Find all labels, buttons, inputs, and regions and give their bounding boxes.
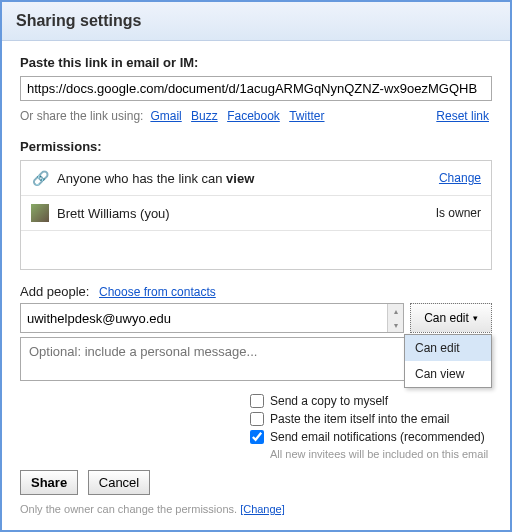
share-url-input[interactable] (20, 76, 492, 101)
footer-note-text: Only the owner can change the permission… (20, 503, 240, 515)
permission-row-owner: Brett Williams (you) Is owner (21, 196, 491, 231)
cancel-button[interactable]: Cancel (88, 470, 150, 495)
invitee-note: All new invitees will be included on thi… (270, 448, 492, 460)
check-paste-item-row[interactable]: Paste the item itself into the email (250, 412, 492, 426)
add-people-input[interactable] (20, 303, 404, 333)
check-paste-item[interactable] (250, 412, 264, 426)
footer-change-link[interactable]: [Change] (240, 503, 285, 515)
perm-user-name: Brett Williams (you) (57, 206, 436, 221)
share-link-facebook[interactable]: Facebook (227, 109, 280, 123)
permissions-list: 🔗 Anyone who has the link can view Chang… (20, 160, 492, 270)
change-link-permission[interactable]: Change (439, 171, 481, 185)
check-notify[interactable] (250, 430, 264, 444)
sharing-dialog: Sharing settings Paste this link in emai… (0, 0, 512, 532)
perm-user-role: Is owner (436, 206, 481, 220)
check-notify-row[interactable]: Send email notifications (recommended) (250, 430, 492, 444)
check-copy-self-label: Send a copy to myself (270, 394, 388, 408)
share-using-label: Or share the link using: (20, 109, 143, 123)
dialog-title: Sharing settings (2, 2, 510, 41)
permission-row-empty (21, 231, 491, 269)
share-link-twitter[interactable]: Twitter (289, 109, 324, 123)
reset-link[interactable]: Reset link (436, 109, 489, 123)
add-people-label: Add people: (20, 284, 89, 299)
share-button[interactable]: Share (20, 470, 78, 495)
avatar-icon (31, 204, 49, 222)
permission-dropdown-button[interactable]: Can edit (410, 303, 492, 333)
check-copy-self[interactable] (250, 394, 264, 408)
globe-chain-icon: 🔗 (31, 169, 49, 187)
permissions-label: Permissions: (20, 139, 492, 154)
check-paste-item-label: Paste the item itself into the email (270, 412, 449, 426)
perm-link-text: Anyone who has the link can (57, 171, 226, 186)
share-link-gmail[interactable]: Gmail (150, 109, 181, 123)
check-copy-self-row[interactable]: Send a copy to myself (250, 394, 492, 408)
input-scroll-arrows[interactable]: ▴▾ (387, 304, 403, 332)
permission-row-link: 🔗 Anyone who has the link can view Chang… (21, 161, 491, 196)
share-link-buzz[interactable]: Buzz (191, 109, 218, 123)
dropdown-option-view[interactable]: Can view (405, 361, 491, 387)
check-notify-label: Send email notifications (recommended) (270, 430, 485, 444)
permission-dropdown-menu: Can edit Can view (404, 334, 492, 388)
perm-link-action: view (226, 171, 254, 186)
paste-link-label: Paste this link in email or IM: (20, 55, 492, 70)
dropdown-option-edit[interactable]: Can edit (405, 335, 491, 361)
choose-from-contacts-link[interactable]: Choose from contacts (99, 285, 216, 299)
